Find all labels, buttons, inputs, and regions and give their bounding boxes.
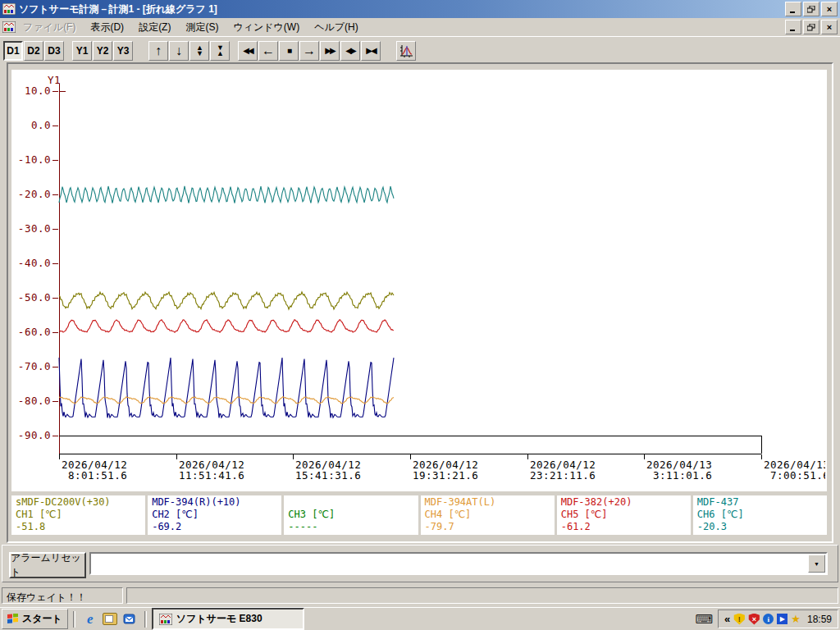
menu-item-file[interactable]: ファイル(F) xyxy=(16,18,83,37)
series-ch5-line xyxy=(59,320,394,333)
minimize-icon xyxy=(789,6,797,13)
y-tick-label: -30.0 xyxy=(18,222,51,235)
combo-dropdown-button[interactable]: ▼ xyxy=(808,555,825,573)
alarm-combobox[interactable]: ▼ xyxy=(89,552,828,575)
mdi-minimize-button[interactable] xyxy=(785,20,801,34)
x-tick-time: 11:51:41.6 xyxy=(179,469,244,482)
legend-channel: CH3 [℃] xyxy=(288,509,413,521)
graph-setup-button[interactable] xyxy=(396,41,416,61)
compress-vertical-icon: ▼▲ xyxy=(217,45,223,57)
client-area: Y110.00.0-10.0-20.0-30.0-40.0-50.0-60.0-… xyxy=(0,61,840,586)
keyboard-layout-icon[interactable]: ⌨ xyxy=(695,612,713,627)
menu-item-measure[interactable]: 測定(S) xyxy=(178,18,226,37)
legend-channel: CH1 [℃] xyxy=(16,509,141,521)
toolbar-button-pan-left[interactable]: ← xyxy=(258,41,278,61)
task-label: ソフトサーモ E830 xyxy=(176,612,262,626)
status-message: 保存ウェイト！！ xyxy=(2,587,123,604)
system-tray: ⌨ « ! × i ▶ ★ 18:59 xyxy=(690,609,838,629)
toolbar-button-fast-forward[interactable]: ▶▶ xyxy=(320,41,340,61)
star-tray-icon[interactable]: ★ xyxy=(791,613,801,625)
stop-icon: ■ xyxy=(287,47,290,55)
status-spacer xyxy=(126,587,838,604)
mdi-child-icon xyxy=(2,21,16,33)
series-ch2-line xyxy=(59,358,394,418)
security-warning-icon[interactable]: ! xyxy=(733,614,745,625)
toolbar-button-pan-right[interactable]: → xyxy=(299,41,319,61)
toolbar-button-y2[interactable]: Y2 xyxy=(93,41,112,61)
toolbar-button-pan-up[interactable]: ↑ xyxy=(148,41,168,61)
quick-launch-ie-icon[interactable]: e xyxy=(82,611,98,628)
legend-title xyxy=(288,496,413,509)
restore-button[interactable] xyxy=(803,2,819,16)
expand-horizontal-icon: ◀▶ xyxy=(345,47,354,55)
task-button-softthermo[interactable]: ソフトサーモ E830 xyxy=(152,608,304,630)
legend-value: -79.7 xyxy=(425,521,550,533)
y-tick-label: -10.0 xyxy=(18,153,51,166)
media-tray-icon[interactable]: ▶ xyxy=(777,614,788,624)
horizontal-nav-group: ◀◀←■→▶▶◀▶▶◀ xyxy=(238,41,381,61)
y-tick-label: -80.0 xyxy=(18,395,51,407)
toolbar-button-y1[interactable]: Y1 xyxy=(72,41,92,61)
toolbar-button-d1[interactable]: D1 xyxy=(3,41,23,61)
arrow-up-icon: ↑ xyxy=(155,44,162,57)
tray-overflow-chevron[interactable]: « xyxy=(724,613,730,625)
y-tick-label: -50.0 xyxy=(18,291,51,304)
legend-value: -20.3 xyxy=(697,521,823,533)
legend-title: MDF-437 xyxy=(697,496,823,509)
legend-title: MDF-394AT(L) xyxy=(425,496,550,509)
double-right-icon: ▶▶ xyxy=(325,47,334,55)
legend-cell-ch3: CH3 [℃]----- xyxy=(284,495,418,535)
legend-cell-ch6: MDF-437CH6 [℃]-20.3 xyxy=(693,495,827,535)
toolbar-button-d3[interactable]: D3 xyxy=(44,41,64,61)
task-app-icon xyxy=(159,614,172,625)
graph-setup-icon xyxy=(399,44,413,58)
menu-item-window[interactable]: ウィンドウ(W) xyxy=(226,18,307,37)
minimize-button[interactable] xyxy=(785,2,801,16)
mdi-close-button[interactable]: × xyxy=(821,20,838,34)
menu-item-help[interactable]: ヘルプ(H) xyxy=(307,18,366,37)
legend-cell-ch2: MDF-394(R)(+10)CH2 [℃]-69.2 xyxy=(148,495,281,535)
alarm-combobox-value[interactable] xyxy=(91,554,807,573)
y-tick-label: -40.0 xyxy=(18,257,51,269)
alarm-reset-button[interactable]: アラームリセット xyxy=(9,552,86,578)
tray-clock: 18:59 xyxy=(807,614,832,625)
alarm-strip: アラームリセット ▼ xyxy=(2,545,838,582)
toolbar-button-compress-horizontal[interactable]: ▶◀ xyxy=(361,41,381,61)
title-bar: ソフトサーモ計測－計測1 - [折れ線グラフ 1] × xyxy=(0,0,840,18)
outlook-window-icon xyxy=(123,613,136,625)
legend-channel: CH6 [℃] xyxy=(697,509,823,521)
windows-logo-icon xyxy=(7,614,19,624)
toolbar-button-compress-vertical[interactable]: ▼▲ xyxy=(210,41,230,61)
x-tick-time: 23:21:11.6 xyxy=(530,469,596,482)
toolbar-button-y3[interactable]: Y3 xyxy=(113,41,133,61)
toolbar-button-expand-horizontal[interactable]: ◀▶ xyxy=(340,41,360,61)
arrow-down-icon: ↓ xyxy=(176,44,182,57)
toolbar-button-d2[interactable]: D2 xyxy=(24,41,43,61)
taskbar-separator xyxy=(73,611,75,628)
expand-vertical-icon: ▲▼ xyxy=(196,45,203,57)
arrow-left-icon: ← xyxy=(262,44,275,57)
legend-channel: CH2 [℃] xyxy=(152,509,277,521)
display-button-group: D1D2D3 xyxy=(3,41,65,61)
legend-cell-ch1: sMDF-DC200V(+30)CH1 [℃]-51.8 xyxy=(11,495,145,535)
legend-cell-ch5: MDF-382(+20)CH5 [℃]-61.2 xyxy=(557,495,691,535)
toolbar-button-stop[interactable]: ■ xyxy=(279,41,299,61)
legend-value: -69.2 xyxy=(152,521,277,533)
toolbar-button-pan-down[interactable]: ↓ xyxy=(169,41,189,61)
info-balloon-icon[interactable]: i xyxy=(763,614,774,624)
toolbar-button-fast-rewind[interactable]: ◀◀ xyxy=(238,41,258,61)
quick-launch-outlook-icon[interactable] xyxy=(121,611,138,628)
x-tick-time: 15:41:31.6 xyxy=(295,469,361,482)
y-tick-label: -60.0 xyxy=(18,326,51,338)
line-chart-panel: Y110.00.0-10.0-20.0-30.0-40.0-50.0-60.0-… xyxy=(11,70,827,491)
menu-items: ファイル(F)表示(D)設定(Z)測定(S)ウィンドウ(W)ヘルプ(H) xyxy=(16,18,783,37)
menu-item-view[interactable]: 表示(D) xyxy=(83,18,131,37)
start-button[interactable]: スタート xyxy=(2,609,68,629)
security-error-icon[interactable]: × xyxy=(748,614,760,625)
menu-item-settings[interactable]: 設定(Z) xyxy=(131,18,178,37)
close-button[interactable]: × xyxy=(821,2,838,16)
mdi-restore-button[interactable] xyxy=(803,20,819,34)
quick-launch-show-desktop-icon[interactable] xyxy=(102,611,118,628)
mdi-minimize-icon xyxy=(789,24,797,31)
toolbar-button-expand-vertical[interactable]: ▲▼ xyxy=(189,41,209,61)
